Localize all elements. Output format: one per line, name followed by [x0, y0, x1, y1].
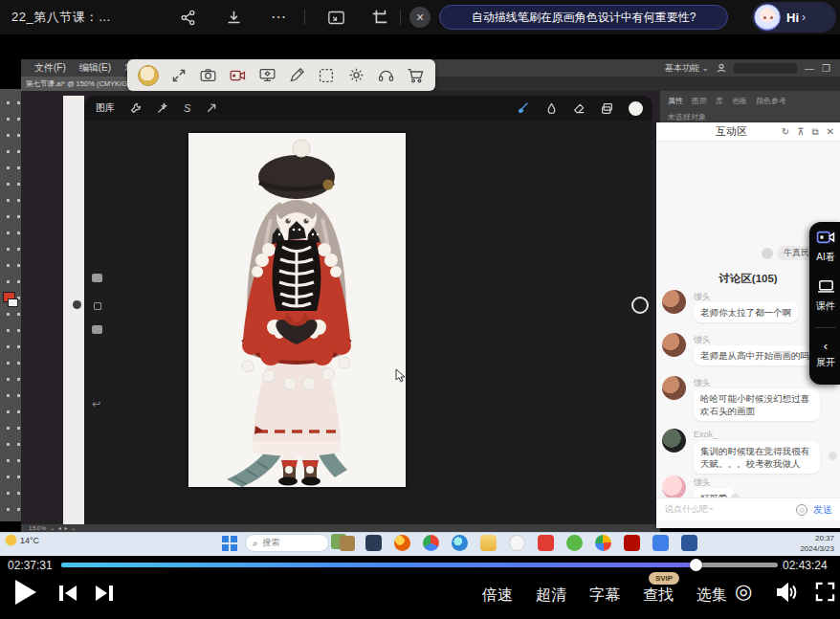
workspace-switcher[interactable]: 基本功能 ⌄	[665, 62, 709, 75]
video-record-icon[interactable]	[229, 66, 248, 85]
chevron-right-icon: ›	[802, 11, 806, 24]
speed-button[interactable]: 倍速	[482, 586, 513, 606]
brush-size-slider[interactable]	[92, 274, 102, 282]
taskbar-app-todesk[interactable]	[652, 535, 669, 551]
avatar[interactable]	[662, 429, 686, 453]
ai-assistant-button[interactable]: Hi ›	[752, 2, 836, 33]
selection-marquee-icon[interactable]	[317, 66, 336, 85]
app-search-box[interactable]	[734, 63, 797, 74]
chat-settings-icon[interactable]	[762, 248, 773, 259]
panel-tab-properties[interactable]: 属性	[668, 96, 683, 106]
procreate-gallery-button[interactable]: 图库	[96, 101, 115, 115]
taskbar-app-chrome-alt[interactable]	[595, 535, 611, 551]
taskbar-clock[interactable]: 20:37 2024/3/23	[771, 533, 834, 554]
message-menu-icon[interactable]	[829, 452, 837, 460]
popout-icon[interactable]: ⧉	[811, 126, 818, 138]
color-well[interactable]	[629, 101, 643, 116]
video-title: 22_第八节课：…	[11, 9, 111, 26]
selection-tool-icon[interactable]: S	[184, 102, 190, 114]
progress-thumb[interactable]	[690, 559, 702, 571]
opacity-slider[interactable]	[92, 325, 102, 334]
background-color-swatch[interactable]	[8, 298, 18, 307]
menu-edit[interactable]: 编辑(E)	[79, 61, 111, 75]
emoji-icon[interactable]: ☺	[796, 504, 807, 516]
next-episode-button[interactable]	[94, 584, 115, 603]
taskbar-app-chrome[interactable]	[423, 535, 439, 551]
widgets-button[interactable]	[331, 534, 356, 551]
taskbar-weather[interactable]: 14°C	[6, 535, 39, 545]
panel-tab-color-guide[interactable]: 颜色参考	[756, 96, 786, 106]
taskbar-app-adobe[interactable]	[624, 535, 640, 551]
panel-close-icon[interactable]: ✕	[827, 126, 834, 138]
taskbar-app-photos[interactable]	[365, 535, 382, 551]
headset-icon[interactable]	[376, 66, 395, 85]
refresh-icon[interactable]: ↻	[782, 126, 789, 138]
find-button[interactable]: 查找	[643, 586, 674, 606]
menu-file[interactable]: 文件(F)	[34, 61, 66, 75]
shopping-cart-icon[interactable]	[406, 66, 425, 85]
start-button[interactable]	[222, 536, 237, 551]
actions-wrench-icon[interactable]	[130, 102, 142, 114]
capture-toolbar	[127, 59, 435, 91]
panel-tab-layers[interactable]: 图层	[692, 96, 707, 106]
courseware-button[interactable]: 课件	[811, 279, 840, 313]
picture-in-picture-icon[interactable]	[325, 8, 346, 27]
pen-icon[interactable]	[287, 66, 306, 85]
courseware-label: 课件	[811, 299, 840, 313]
layers-icon[interactable]	[601, 102, 613, 115]
quality-button[interactable]: 超清	[536, 586, 566, 606]
screen-share-icon[interactable]	[258, 66, 277, 85]
progress-bar[interactable]	[61, 563, 778, 567]
fullscreen-icon[interactable]	[815, 582, 835, 606]
undo-icon[interactable]: ↩	[92, 398, 100, 410]
more-options-icon[interactable]: ⋯	[268, 6, 289, 27]
tray-date: 2024/3/23	[771, 543, 834, 554]
procreate-canvas[interactable]	[188, 133, 406, 487]
avatar[interactable]	[662, 376, 686, 400]
expand-button[interactable]: ‹ 展开	[811, 337, 840, 369]
episodes-button[interactable]: 选集	[696, 586, 727, 606]
crop-frame-icon[interactable]	[369, 8, 390, 27]
pin-icon[interactable]: ⊼	[797, 126, 804, 138]
volume-icon[interactable]	[775, 582, 798, 607]
close-icon[interactable]: ✕	[409, 7, 431, 28]
chat-bubble: 集训的时候现在觉得我很有天赋。。。校考教我做人	[694, 441, 820, 474]
taskbar-app-edge[interactable]	[452, 535, 468, 551]
taskbar-app-file-explorer[interactable]	[480, 535, 497, 551]
smudge-tool-icon[interactable]	[545, 102, 558, 115]
modify-button[interactable]	[94, 302, 101, 310]
avatar[interactable]	[662, 290, 686, 314]
panel-tab-libraries[interactable]: 库	[716, 96, 723, 106]
ai-question-pill[interactable]: 自动描线笔刷在原画角色设计中有何重要性?	[439, 5, 728, 30]
account-icon[interactable]	[717, 63, 726, 73]
taskbar-app-netease[interactable]	[509, 535, 525, 551]
taskbar-app-word[interactable]	[681, 535, 697, 551]
avatar[interactable]	[662, 475, 686, 499]
avatar[interactable]	[662, 333, 686, 357]
settings-gear-icon[interactable]	[346, 66, 365, 85]
subtitles-button[interactable]: 字幕	[589, 586, 620, 606]
download-icon[interactable]	[224, 8, 243, 27]
share-icon[interactable]	[178, 8, 197, 27]
taskbar-app-wps[interactable]	[538, 535, 554, 551]
transform-arrow-icon[interactable]	[206, 102, 217, 114]
mascot-avatar[interactable]	[138, 65, 159, 86]
chat-input[interactable]: 说点什么吧~	[665, 503, 796, 516]
previous-episode-button[interactable]	[57, 584, 78, 603]
taskbar-app-sogou[interactable]	[566, 535, 583, 551]
adjustments-wand-icon[interactable]	[157, 102, 168, 114]
screen-record-icon[interactable]: ◎	[735, 580, 752, 603]
taskbar-search[interactable]: ⌕ 搜索	[245, 534, 329, 552]
send-button[interactable]: 发送	[813, 503, 832, 517]
taskbar-app-firefox[interactable]	[394, 535, 410, 551]
window-restore-icon[interactable]: ❐	[822, 63, 830, 74]
brush-tool-icon[interactable]	[517, 101, 530, 115]
eraser-tool-icon[interactable]	[573, 102, 586, 115]
play-button[interactable]	[15, 580, 36, 605]
overlay-circle-widget[interactable]	[631, 297, 649, 314]
ai-watch-button[interactable]: AI看	[811, 230, 840, 264]
expand-icon[interactable]	[169, 66, 188, 85]
panel-tab-artboards[interactable]: 画板	[732, 96, 747, 106]
camera-icon[interactable]	[199, 66, 218, 85]
window-minimize-icon[interactable]: —	[805, 63, 814, 74]
